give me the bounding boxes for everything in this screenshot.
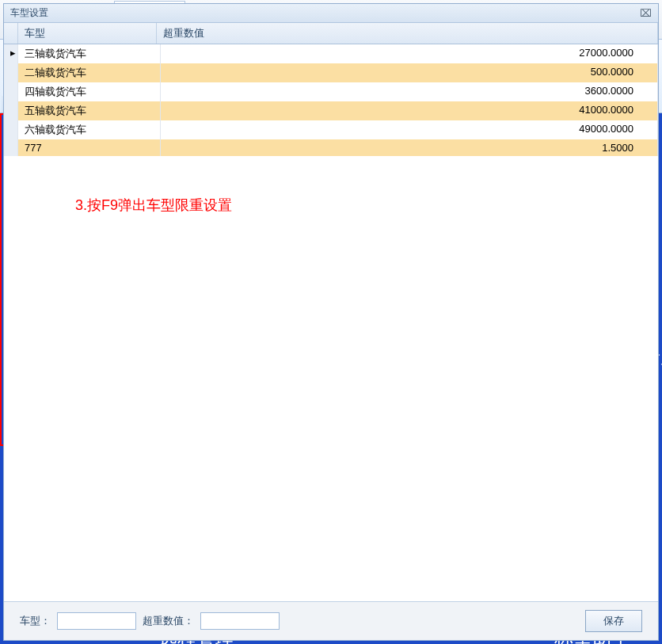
column-header[interactable]: 车型 — [18, 23, 157, 44]
label-overweight: 超重数值： — [143, 614, 194, 628]
overweight-input[interactable] — [200, 612, 280, 630]
table-header: 车型 超重数值 — [4, 23, 658, 44]
table-row[interactable]: 五轴载货汽车41000.0000 — [4, 101, 658, 120]
window-vehicle-type-settings: 车型设置 ⌧ 车型 超重数值 ▸三轴载货汽车27000.0000二轴载货汽车50… — [0, 113, 420, 446]
save-button[interactable]: 保存 — [585, 610, 642, 632]
window-title-bar: 车型设置 ⌧ — [4, 4, 658, 23]
column-header[interactable]: 超重数值 — [157, 23, 658, 44]
table-row[interactable]: 7771.5000 — [4, 139, 658, 156]
label-vehicle-type: 车型： — [20, 614, 51, 628]
close-icon[interactable]: ⌧ — [640, 7, 652, 19]
table-row[interactable]: ▸三轴载货汽车27000.0000 — [4, 44, 658, 63]
table-row[interactable]: 二轴载货汽车500.0000 — [4, 63, 658, 82]
table-row[interactable]: 四轴载货汽车3600.0000 — [4, 82, 658, 101]
annotation-3: 3.按F9弹出车型限重设置 — [75, 196, 232, 215]
window-title: 车型设置 — [10, 6, 48, 20]
vehicle-type-input[interactable] — [57, 612, 136, 630]
table-row[interactable]: 六轴载货汽车49000.0000 — [4, 120, 658, 139]
table-body: ▸三轴载货汽车27000.0000二轴载货汽车500.0000四轴载货汽车360… — [4, 44, 658, 156]
footer-bar: 车型： 超重数值： 保存 — [4, 601, 658, 640]
